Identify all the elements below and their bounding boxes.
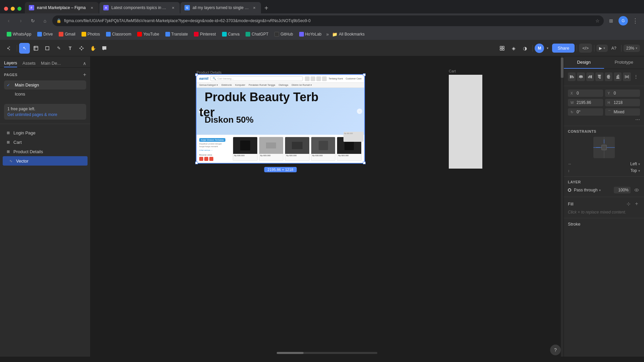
avatar-container[interactable]: M [535,44,544,53]
zoom-value: 23% [626,46,634,51]
code-view-btn[interactable]: </> [579,44,592,53]
section-link[interactable]: Lihat semua → [199,149,230,151]
bookmark-translate[interactable]: Translate [163,31,191,37]
layer-visibility-btn[interactable] [633,187,640,193]
shape-tool-btn[interactable] [42,43,53,54]
design-tab[interactable]: Design [564,56,604,69]
forward-btn[interactable]: › [16,16,25,25]
component-search-btn[interactable] [497,43,507,54]
rotation-field[interactable]: ↻ 0° [568,108,603,116]
profile-avatar[interactable]: G [619,16,628,25]
bookmark-drive[interactable]: Drive [35,31,55,37]
home-btn[interactable]: ⌂ [40,16,50,25]
bookmark-youtube[interactable]: YouTube [135,31,162,37]
bookmark-canva[interactable]: Canva [219,31,243,37]
corner-field[interactable]: ⌒ Mixed [605,108,640,116]
select-tool-btn[interactable]: ↖ [19,43,30,54]
back-btn[interactable]: ‹ [4,16,13,25]
more-options-btn[interactable]: ⋮ [632,72,640,81]
product-card-4[interactable]: Rp 600.000 [311,137,336,161]
tab-3[interactable]: G all my layers turned to single ve... ✕ [180,2,261,13]
fill-adjust-btn[interactable]: ⊹ [625,200,632,207]
product-card-2[interactable]: Rp 600.000 [259,137,284,161]
extensions-btn[interactable]: ⊞ [606,16,616,25]
layer-cart[interactable]: ⊞ Cart [0,137,90,147]
page-icons[interactable]: Icons [4,89,86,99]
contrast-btn[interactable]: ◑ [520,43,530,54]
assets-tab[interactable]: Assets [22,59,36,67]
layer-mode-selector[interactable]: Pass through ▾ [574,188,611,192]
page-main-design[interactable]: ✓ Main Design [4,80,86,89]
panel-close-btn[interactable]: ∧ [83,61,86,66]
all-bookmarks-label[interactable]: All Bookmarks [337,31,366,37]
layer-login-page[interactable]: ⊞ Login Page [0,128,90,137]
canvas-vscrollbar[interactable] [561,56,564,357]
win-max-btn[interactable] [17,7,21,11]
product-card-1[interactable]: Rp 600.000 [233,137,258,161]
menu-btn[interactable]: ⋮ [631,16,640,25]
x-field[interactable]: X 0 [568,89,603,97]
align-center-v-btn[interactable] [605,72,612,81]
main-design-tab[interactable]: Main De... [41,59,61,67]
address-bar[interactable]: 🔒 figma.com/file/UGIAnF7pkPQbTAUfwM58sV/… [52,15,604,26]
play-btn[interactable]: ▶ ▾ [596,45,608,52]
win-min-btn[interactable] [11,7,15,11]
constraints-v-value[interactable]: Top ▾ [631,168,640,173]
prototype-tab[interactable]: Prototype [604,56,644,69]
layer-opacity-field[interactable]: 100% [614,187,631,193]
align-center-h-btn[interactable] [577,72,585,81]
canvas-area[interactable]: Product Details Cart [91,56,564,357]
promo-btn-3[interactable] [209,157,213,161]
align-top-btn[interactable] [595,72,603,81]
bookmark-github[interactable]: GitHub [272,31,296,37]
win-close-btn[interactable] [4,7,8,11]
bookmark-chatgpt[interactable]: ChatGPT [243,31,271,37]
layer-product-details[interactable]: ⊞ Product Details [0,147,90,156]
more-props-btn[interactable]: ⋯ [635,117,640,122]
tab-2[interactable]: A Latest components topics in As... ✕ [99,2,180,13]
layer-vector[interactable]: ∿ Vector [3,156,88,166]
fill-add-btn[interactable]: + [633,200,640,207]
bookmark-gmail[interactable]: Gmail [56,31,78,37]
text-tool-btn[interactable]: T [65,43,75,54]
constraints-h-value[interactable]: Left ▾ [630,162,640,166]
avatar-dropdown-btn[interactable]: ▾ [545,44,550,53]
bookmark-classroom[interactable]: Classroom [103,31,134,37]
more-bookmarks-btn[interactable]: » [325,31,330,38]
distribute-h-btn[interactable] [623,72,631,81]
align-left-btn[interactable] [568,72,576,81]
type-check-btn[interactable]: A? [608,43,619,54]
main-menu-btn[interactable] [4,43,15,54]
tab-3-close[interactable]: ✕ [252,5,257,10]
hand-tool-btn[interactable]: ✋ [88,43,98,54]
tab-1[interactable]: F earnit Marketplace – Figma ✕ [25,2,99,13]
w-field[interactable]: W 2195.86 [568,99,603,106]
share-button[interactable]: Share [552,44,575,53]
h-field[interactable]: H 1218 [605,99,640,106]
reload-btn[interactable]: ↻ [28,16,38,25]
canvas-scrollbar[interactable] [277,352,377,354]
upgrade-link[interactable]: Get unlimited pages & more [7,112,57,117]
promo-btn-1[interactable] [199,157,203,161]
layers-tab[interactable]: Layers [4,59,17,67]
tab-2-close[interactable]: ✕ [170,5,176,10]
style-panel-btn[interactable]: ◈ [508,43,519,54]
align-bottom-btn[interactable] [614,72,622,81]
tab-1-close[interactable]: ✕ [89,5,95,10]
component-tool-btn[interactable] [76,43,87,54]
bookmark-whatsapp[interactable]: WhatsApp [4,31,34,37]
comment-tool-btn[interactable] [99,43,110,54]
pen-tool-btn[interactable]: ✎ [53,43,64,54]
product-card-3[interactable]: Rp 600.000 [285,137,310,161]
bookmark-photos[interactable]: Photos [79,31,103,37]
align-right-btn[interactable] [586,72,594,81]
bookmark-pinterest[interactable]: Pinterest [191,31,218,37]
help-button[interactable]: ? [550,345,561,355]
bookmark-hoyolab[interactable]: HoYoLab [297,31,324,37]
frame-tool-btn[interactable] [31,43,41,54]
new-tab-btn[interactable]: + [262,3,271,13]
zoom-control[interactable]: 23% ▾ [624,45,640,52]
add-page-btn[interactable]: + [83,72,86,78]
y-field[interactable]: Y 0 [605,89,640,97]
promo-btn-2[interactable] [204,157,208,161]
